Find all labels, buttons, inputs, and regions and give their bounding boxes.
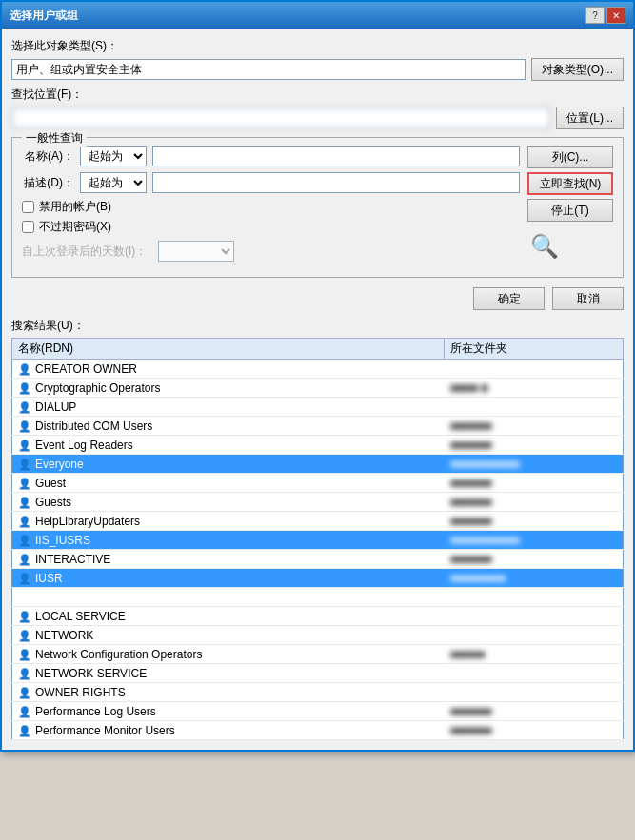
table-row[interactable]: 👤Distributed COM Users■■■■■■ bbox=[12, 417, 624, 436]
cell-name: 👤DIALUP bbox=[12, 398, 445, 417]
search-icon: 🔍 bbox=[527, 229, 562, 264]
table-row[interactable]: 👤NETWORK SERVICE bbox=[12, 664, 624, 683]
general-query-group: 一般性查询 名称(A)： 起始为 描述(D)： bbox=[11, 137, 624, 278]
table-row[interactable]: 👤HelpLibraryUpdaters■■■■■■ bbox=[12, 512, 624, 531]
help-button[interactable]: ? bbox=[585, 7, 605, 24]
cell-name: 👤Network Configuration Operators bbox=[12, 645, 445, 664]
user-icon: 👤 bbox=[18, 535, 31, 546]
results-label: 搜索结果(U)： bbox=[11, 318, 624, 334]
description-input[interactable] bbox=[152, 172, 520, 193]
cell-name: 👤HelpLibraryUpdaters bbox=[12, 512, 445, 531]
cell-name: 👤Cryptographic Operators bbox=[12, 379, 445, 398]
table-row[interactable] bbox=[12, 588, 624, 607]
folder-value-blurred: ■■■■■ bbox=[450, 648, 485, 661]
no-expire-password-checkbox[interactable] bbox=[22, 221, 34, 233]
days-select[interactable] bbox=[158, 241, 234, 262]
folder-value-blurred: ■■■■■■ bbox=[450, 705, 492, 718]
folder-value-blurred: ■■■■■■ bbox=[450, 439, 492, 452]
cell-name: 👤IIS_IUSRS bbox=[12, 531, 445, 550]
table-row[interactable]: 👤INTERACTIVE■■■■■■ bbox=[12, 550, 624, 569]
cell-folder: ■■■■■■■■■■ bbox=[445, 455, 624, 474]
table-row[interactable]: 👤IUSR■■■■■■■■ bbox=[12, 569, 624, 588]
table-header-row: 名称(RDN) 所在文件夹 bbox=[12, 339, 624, 360]
search-now-button[interactable]: 立即查找(N) bbox=[527, 172, 613, 195]
close-button[interactable]: ✕ bbox=[606, 7, 625, 24]
cell-folder bbox=[445, 683, 624, 702]
location-value bbox=[11, 107, 550, 128]
user-icon: 👤 bbox=[18, 725, 31, 736]
user-icon: 👤 bbox=[18, 668, 31, 679]
cell-name: 👤CREATOR OWNER bbox=[12, 360, 445, 379]
table-row[interactable]: 👤DIALUP bbox=[12, 398, 624, 417]
cell-folder: ■■■■■■ bbox=[445, 512, 624, 531]
cell-name bbox=[12, 588, 445, 607]
user-icon: 👤 bbox=[18, 554, 31, 565]
folder-value-blurred: ■■■■■■ bbox=[450, 515, 492, 528]
description-select[interactable]: 起始为 bbox=[80, 172, 147, 193]
table-row[interactable]: 👤NETWORK bbox=[12, 626, 624, 645]
user-icon: 👤 bbox=[18, 687, 31, 698]
user-icon: 👤 bbox=[18, 630, 31, 641]
table-row[interactable]: 👤CREATOR OWNER bbox=[12, 360, 624, 379]
object-type-button[interactable]: 对象类型(O)... bbox=[531, 58, 624, 81]
cancel-button[interactable]: 取消 bbox=[552, 287, 624, 310]
ok-button[interactable]: 确定 bbox=[473, 287, 545, 310]
stop-button[interactable]: 停止(T) bbox=[527, 199, 613, 222]
folder-value-blurred: ■■■■■■■■■■ bbox=[450, 534, 519, 547]
cell-name: 👤INTERACTIVE bbox=[12, 550, 445, 569]
cell-name: 👤Distributed COM Users bbox=[12, 417, 445, 436]
table-row[interactable]: 👤Everyone■■■■■■■■■■ bbox=[12, 455, 624, 474]
folder-value-blurred: ■■■■■■ bbox=[450, 477, 492, 490]
cell-folder bbox=[445, 607, 624, 626]
cell-folder: ■■■■■■ bbox=[445, 417, 624, 436]
disabled-accounts-label: 禁用的帐户(B) bbox=[39, 199, 111, 215]
cell-name: 👤Performance Log Users bbox=[12, 702, 445, 721]
folder-value-blurred: ■■■■ ■ bbox=[450, 381, 488, 395]
folder-value-blurred: ■■■■■■■■■■ bbox=[450, 458, 519, 471]
title-bar-buttons: ? ✕ bbox=[585, 7, 625, 24]
user-icon: 👤 bbox=[18, 649, 31, 660]
object-type-label: 选择此对象类型(S)： bbox=[11, 38, 624, 54]
form-left: 名称(A)： 起始为 描述(D)： 起始为 bbox=[22, 146, 520, 267]
table-row[interactable]: 👤Event Log Readers■■■■■■ bbox=[12, 436, 624, 455]
cell-name: 👤OWNER RIGHTS bbox=[12, 683, 445, 702]
table-row[interactable]: 👤IIS_IUSRS■■■■■■■■■■ bbox=[12, 531, 624, 550]
cell-folder: ■■■■■■■■ bbox=[445, 569, 624, 588]
results-table: 名称(RDN) 所在文件夹 👤CREATOR OWNER👤Cryptograph… bbox=[11, 338, 624, 740]
cell-folder: ■■■■■■ bbox=[445, 702, 624, 721]
window-body: 选择此对象类型(S)： 对象类型(O)... 查找位置(F)： 位置(L)...… bbox=[2, 29, 633, 750]
user-icon: 👤 bbox=[18, 401, 31, 413]
column-header-name: 名称(RDN) bbox=[12, 339, 445, 360]
object-type-input[interactable] bbox=[11, 59, 526, 80]
cell-folder: ■■■■■ bbox=[445, 645, 624, 664]
cell-name: 👤Guests bbox=[12, 493, 445, 512]
name-select[interactable]: 起始为 bbox=[80, 146, 147, 166]
cell-folder: ■■■■■■ bbox=[445, 550, 624, 569]
table-row[interactable]: 👤Cryptographic Operators■■■■ ■ bbox=[12, 379, 624, 398]
table-row[interactable]: 👤LOCAL SERVICE bbox=[12, 607, 624, 626]
name-input[interactable] bbox=[152, 146, 520, 166]
table-row[interactable]: 👤Guests■■■■■■ bbox=[12, 493, 624, 512]
checkbox-disabled-row: 禁用的帐户(B) bbox=[22, 199, 520, 215]
table-row[interactable]: 👤Guest■■■■■■ bbox=[12, 474, 624, 493]
table-row[interactable]: 👤Network Configuration Operators■■■■■ bbox=[12, 645, 624, 664]
name-label: 名称(A)： bbox=[22, 148, 74, 165]
user-icon: 👤 bbox=[18, 573, 31, 584]
column-header-folder: 所在文件夹 bbox=[445, 339, 624, 360]
bottom-buttons: 确定 取消 bbox=[11, 287, 624, 310]
user-icon: 👤 bbox=[18, 420, 31, 432]
table-row[interactable]: 👤Performance Monitor Users■■■■■■ bbox=[12, 721, 624, 740]
cell-name: 👤NETWORK bbox=[12, 626, 445, 645]
table-row[interactable]: 👤OWNER RIGHTS bbox=[12, 683, 624, 702]
folder-value-blurred: ■■■■■■ bbox=[450, 420, 492, 433]
columns-button[interactable]: 列(C)... bbox=[527, 146, 613, 168]
disabled-accounts-checkbox[interactable] bbox=[22, 201, 34, 213]
cell-folder: ■■■■■■ bbox=[445, 493, 624, 512]
user-icon: 👤 bbox=[18, 497, 31, 508]
cell-name: 👤IUSR bbox=[12, 569, 445, 588]
user-icon: 👤 bbox=[18, 440, 31, 451]
location-button[interactable]: 位置(L)... bbox=[556, 107, 624, 129]
table-row[interactable]: 👤Performance Log Users■■■■■■ bbox=[12, 702, 624, 721]
cell-name: 👤Guest bbox=[12, 474, 445, 493]
cell-name: 👤Performance Monitor Users bbox=[12, 721, 445, 740]
